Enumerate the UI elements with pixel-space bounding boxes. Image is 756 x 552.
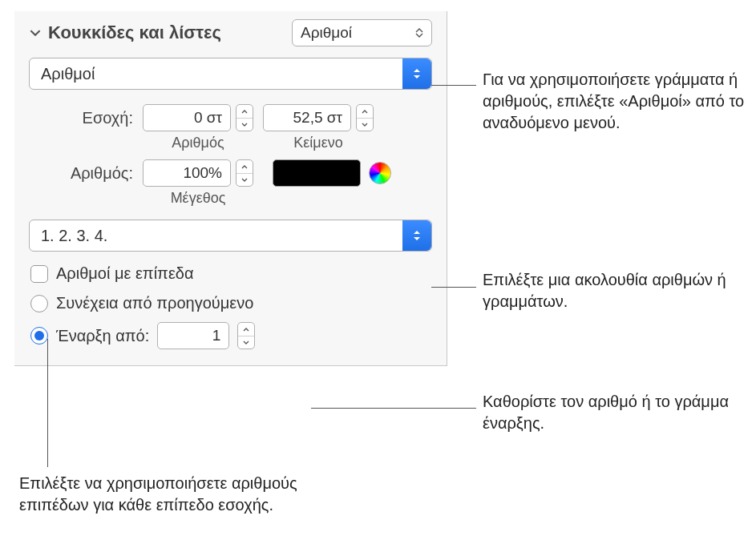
color-swatch[interactable] xyxy=(273,159,361,187)
list-style-popup-label: Αριθμοί xyxy=(41,65,402,83)
callout-tiered-numbers: Επιλέξτε να χρησιμοποιήσετε αριθμούς επι… xyxy=(19,473,340,516)
number-size-row: Αριθμός: 100% Μέγεθος xyxy=(29,159,432,207)
indent-text-stepper[interactable] xyxy=(356,104,374,131)
indent-number-group: 0 στ Αριθμός xyxy=(143,104,253,151)
indent-text-group: 52,5 στ Κείμενο xyxy=(263,104,374,151)
updown-icon xyxy=(409,28,423,38)
stepper-up-icon[interactable] xyxy=(237,160,253,173)
number-size-sublabel: Μέγεθος xyxy=(171,190,226,207)
list-style-popup[interactable]: Αριθμοί xyxy=(29,58,432,90)
stepper-down-icon[interactable] xyxy=(237,173,253,186)
number-size-stepper[interactable] xyxy=(236,159,253,187)
stepper-up-icon[interactable] xyxy=(237,105,253,118)
stepper-down-icon[interactable] xyxy=(237,118,253,131)
indent-number-stepper[interactable] xyxy=(236,104,253,131)
start-from-row: Έναρξη από: 1 xyxy=(29,322,432,349)
callout-start-from: Καθορίστε τον αριθμό ή το γράμμα έναρξης… xyxy=(483,391,747,434)
continue-from-previous-radio[interactable] xyxy=(30,295,48,312)
popup-arrows-icon xyxy=(402,58,431,89)
color-wheel-icon[interactable] xyxy=(369,162,391,184)
popup-arrows-icon xyxy=(402,220,431,251)
number-size-label: Αριθμός: xyxy=(61,159,133,183)
indent-number-input[interactable]: 0 στ xyxy=(143,104,231,131)
stepper-up-icon[interactable] xyxy=(357,105,373,118)
stepper-up-icon[interactable] xyxy=(238,323,254,336)
continue-from-previous-row: Συνέχεια από προηγούμενο xyxy=(29,294,432,312)
tiered-numbers-checkbox[interactable] xyxy=(30,265,48,283)
indent-number-sublabel: Αριθμός xyxy=(172,135,224,151)
start-from-label: Έναρξη από: xyxy=(56,327,149,345)
tiered-numbers-label: Αριθμοί με επίπεδα xyxy=(56,264,194,283)
tiered-numbers-row: Αριθμοί με επίπεδα xyxy=(29,264,432,283)
indent-text-input[interactable]: 52,5 στ xyxy=(263,104,351,131)
callout-style-popup: Για να χρησιμοποιήσετε γράμματα ή αριθμο… xyxy=(483,69,747,134)
callout-leader xyxy=(47,339,48,467)
start-from-input[interactable]: 1 xyxy=(157,322,229,349)
callout-sequence-popup: Επιλέξτε μια ακολουθία αριθμών ή γραμμάτ… xyxy=(483,269,747,312)
chevron-down-icon[interactable] xyxy=(29,26,42,39)
list-type-popup-label: Αριθμοί xyxy=(301,24,352,42)
number-color-group xyxy=(273,159,391,187)
sequence-popup-label: 1. 2. 3. 4. xyxy=(41,227,402,245)
indent-row: Εσοχή: 0 στ Αριθμός 52,5 στ Κείμενο xyxy=(29,104,432,151)
section-header: Κουκκίδες και λίστες Αριθμοί xyxy=(29,19,432,46)
callout-leader xyxy=(431,287,476,288)
start-from-radio[interactable] xyxy=(30,327,48,344)
number-size-group: 100% Μέγεθος xyxy=(143,159,253,207)
list-type-popup[interactable]: Αριθμοί xyxy=(292,19,432,46)
indent-text-sublabel: Κείμενο xyxy=(293,135,342,151)
section-title: Κουκκίδες και λίστες xyxy=(48,22,221,43)
start-from-stepper[interactable] xyxy=(237,322,255,349)
sequence-popup[interactable]: 1. 2. 3. 4. xyxy=(29,220,432,252)
callout-leader xyxy=(311,408,476,409)
continue-from-previous-label: Συνέχεια από προηγούμενο xyxy=(56,294,253,312)
stepper-down-icon[interactable] xyxy=(238,336,254,349)
indent-label: Εσοχή: xyxy=(61,104,133,127)
bullets-lists-panel: Κουκκίδες και λίστες Αριθμοί Αριθμοί Εσο… xyxy=(14,11,447,366)
callout-leader xyxy=(431,85,476,86)
stepper-down-icon[interactable] xyxy=(357,118,373,131)
number-size-input[interactable]: 100% xyxy=(143,159,231,187)
